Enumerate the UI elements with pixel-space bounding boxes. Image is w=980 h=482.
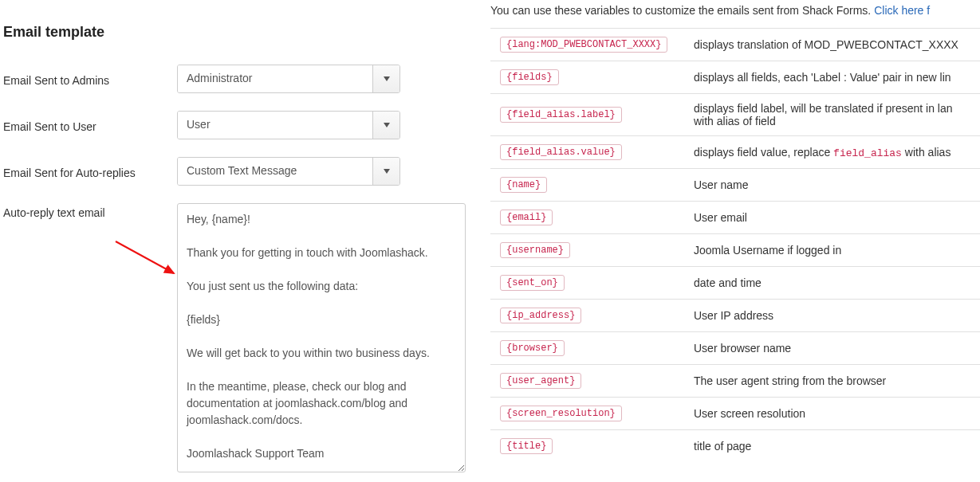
section-title: Email template	[3, 24, 490, 41]
variable-description: User browser name	[684, 332, 980, 365]
select-email-autoreplies[interactable]: Custom Text Message	[177, 157, 400, 186]
variables-intro-text: You can use these variables to customize…	[490, 4, 874, 17]
variable-code-cell: {screen_resolution}	[490, 398, 684, 430]
variable-code-cell: {field_alias.value}	[490, 136, 684, 169]
variable-description: title of page	[684, 430, 980, 463]
table-row: {username}Joomla Username if logged in	[490, 234, 980, 267]
variable-description: displays all fields, each 'Label : Value…	[684, 61, 980, 94]
label-autoreply-text: Auto-reply text email	[3, 203, 177, 219]
variable-code-cell: {username}	[490, 234, 684, 267]
table-row: {field_alias.value}displays field value,…	[490, 136, 980, 169]
chevron-down-icon	[372, 65, 399, 92]
label-email-admins: Email Sent to Admins	[3, 71, 177, 87]
table-row: {title}title of page	[490, 430, 980, 463]
variable-code: {field_alias.label}	[500, 107, 622, 123]
variable-code-cell: {user_agent}	[490, 365, 684, 398]
variable-code-cell: {lang:MOD_PWEBCONTACT_XXXX}	[490, 29, 684, 61]
variable-description: User screen resolution	[684, 398, 980, 430]
label-email-autoreplies: Email Sent for Auto-replies	[3, 163, 177, 179]
chevron-down-icon	[372, 112, 399, 139]
variables-table: {lang:MOD_PWEBCONTACT_XXXX}displays tran…	[490, 28, 980, 462]
autoreply-textarea[interactable]	[177, 203, 466, 472]
select-email-admins[interactable]: Administrator	[177, 65, 400, 93]
variable-code: {user_agent}	[500, 373, 581, 389]
variable-code: {sent_on}	[500, 275, 565, 291]
variable-code-cell: {ip_address}	[490, 300, 684, 332]
variable-description: displays field value, replace field_alia…	[684, 136, 980, 169]
variable-code: {lang:MOD_PWEBCONTACT_XXXX}	[500, 37, 667, 53]
variable-description: displays translation of MOD_PWEBCONTACT_…	[684, 29, 980, 61]
variable-description: User name	[684, 169, 980, 202]
variables-intro-link[interactable]: Click here f	[874, 4, 930, 17]
variable-code: {screen_resolution}	[500, 406, 622, 421]
table-row: {sent_on}date and time	[490, 267, 980, 300]
table-row: {browser}User browser name	[490, 332, 980, 365]
select-email-admins-value: Administrator	[178, 65, 372, 92]
table-row: {fields}displays all fields, each 'Label…	[490, 61, 980, 94]
variable-code: {fields}	[500, 69, 559, 85]
table-row: {user_agent}The user agent string from t…	[490, 365, 980, 398]
variable-description: date and time	[684, 267, 980, 300]
variable-code: {name}	[500, 177, 547, 193]
variable-description: The user agent string from the browser	[684, 365, 980, 398]
variable-code: {browser}	[500, 340, 565, 356]
variable-code: {ip_address}	[500, 308, 581, 323]
variable-code: {title}	[500, 438, 553, 454]
variable-description: displays field label, will be translated…	[684, 94, 980, 136]
variable-code: {username}	[500, 242, 570, 258]
variables-intro: You can use these variables to customize…	[490, 4, 980, 17]
variable-description: Joomla Username if logged in	[684, 234, 980, 267]
table-row: {screen_resolution}User screen resolutio…	[490, 398, 980, 430]
chevron-down-icon	[372, 158, 399, 185]
variable-code: {email}	[500, 210, 553, 225]
table-row: {email}User email	[490, 202, 980, 234]
table-row: {field_alias.label}displays field label,…	[490, 94, 980, 136]
variable-code-cell: {name}	[490, 169, 684, 202]
variable-code-cell: {browser}	[490, 332, 684, 365]
variable-code-cell: {fields}	[490, 61, 684, 94]
variable-code-cell: {sent_on}	[490, 267, 684, 300]
table-row: {lang:MOD_PWEBCONTACT_XXXX}displays tran…	[490, 29, 980, 61]
table-row: {name}User name	[490, 169, 980, 202]
variable-description: User email	[684, 202, 980, 234]
table-row: {ip_address}User IP address	[490, 300, 980, 332]
label-email-user: Email Sent to User	[3, 117, 177, 133]
variable-code-cell: {email}	[490, 202, 684, 234]
select-email-autoreplies-value: Custom Text Message	[178, 158, 372, 185]
variable-code-cell: {title}	[490, 430, 684, 463]
select-email-user[interactable]: User	[177, 111, 400, 139]
select-email-user-value: User	[178, 112, 372, 139]
variable-description: User IP address	[684, 300, 980, 332]
variable-code: {field_alias.value}	[500, 144, 622, 160]
variable-code-cell: {field_alias.label}	[490, 94, 684, 136]
